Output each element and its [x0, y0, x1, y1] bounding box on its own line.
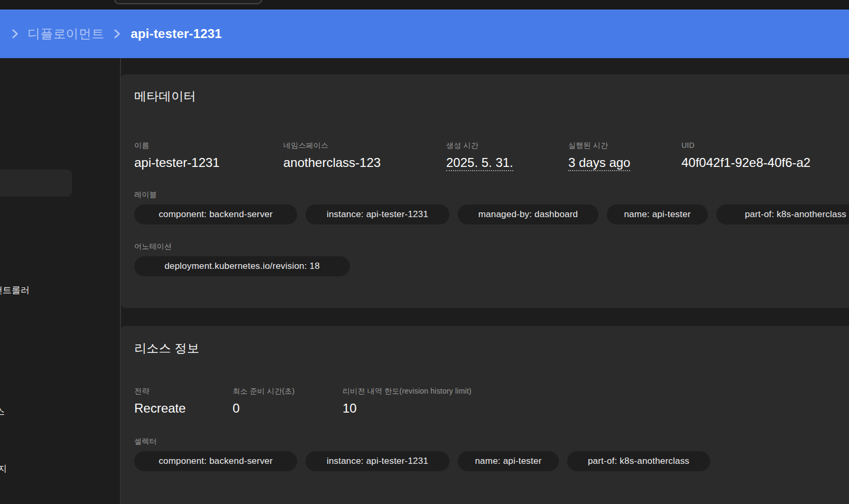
- sidebar: 컨트롤러 스 지: [0, 58, 120, 504]
- breadcrumb: 디플로이먼트 api-tester-1231: [0, 10, 849, 58]
- label-chip: instance: api-tester-1231: [306, 204, 449, 225]
- top-toolbar-strip: [0, 0, 849, 10]
- selector-chip: component: backend-server: [134, 451, 297, 471]
- field-label: 실행된 시간: [568, 141, 681, 150]
- field-min-ready-seconds: 최소 준비 시간(초) 0: [233, 386, 343, 416]
- field-value: 40f042f1-92e8-40f6-a2: [681, 155, 849, 171]
- field-label: 생성 시간: [446, 141, 568, 150]
- field-value: api-tester-1231: [134, 155, 283, 171]
- selector-chip: name: api-tester: [458, 451, 559, 471]
- field-value: Recreate: [134, 400, 233, 416]
- field-label: 네임스페이스: [283, 141, 446, 150]
- resource-card-title: 리소스 정보: [134, 340, 849, 357]
- metadata-fields: 이름 api-tester-1231 네임스페이스 anotherclass-1…: [134, 141, 849, 171]
- label-chip: name: api-tester: [607, 204, 708, 225]
- selector-section-label: 셀렉터: [134, 437, 849, 446]
- sidebar-selected-item[interactable]: [0, 170, 72, 197]
- annotations-section-label: 어노테이션: [134, 242, 849, 251]
- label-chip: managed-by: dashboard: [458, 204, 598, 225]
- creation-time-tooltip-value[interactable]: 2025. 5. 31.: [446, 155, 513, 171]
- labels-section-label: 레이블: [134, 190, 849, 200]
- metadata-card: 메타데이터 이름 api-tester-1231 네임스페이스 anotherc…: [121, 74, 849, 308]
- field-value: anotherclass-123: [283, 155, 446, 171]
- field-label: 리비전 내역 한도(revision history limit): [343, 386, 849, 396]
- chevron-right-icon: [8, 27, 22, 41]
- field-label: 이름: [134, 141, 283, 150]
- selector-chip: part-of: k8s-anotherclass: [567, 451, 710, 471]
- field-value: 10: [343, 400, 849, 416]
- label-chip: component: backend-server: [134, 204, 297, 225]
- age-tooltip-value[interactable]: 3 days ago: [568, 155, 630, 171]
- label-chip: part-of: k8s-anotherclass: [716, 204, 849, 225]
- field-revision-history-limit: 리비전 내역 한도(revision history limit) 10: [343, 386, 849, 416]
- breadcrumb-link-deployments[interactable]: 디플로이먼트: [27, 25, 104, 42]
- resource-fields: 전략 Recreate 최소 준비 시간(초) 0 리비전 내역 한도(revi…: [134, 386, 849, 416]
- chevron-right-icon: [110, 27, 124, 41]
- sidebar-item-storage[interactable]: 지: [0, 463, 7, 475]
- annotation-chip: deployment.kubernetes.io/revision: 18: [134, 256, 350, 276]
- search-input[interactable]: [114, 0, 262, 4]
- field-creation-time: 생성 시간 2025. 5. 31.: [446, 141, 568, 171]
- resource-info-card: 리소스 정보 전략 Recreate 최소 준비 시간(초) 0 리비전 내역 …: [121, 326, 849, 504]
- selector-chip: instance: api-tester-1231: [306, 451, 449, 471]
- metadata-card-title: 메타데이터: [134, 88, 849, 105]
- field-label: 전략: [134, 386, 233, 396]
- field-age: 실행된 시간 3 days ago: [568, 141, 681, 171]
- field-label: 최소 준비 시간(초): [233, 386, 343, 396]
- field-strategy: 전략 Recreate: [134, 386, 233, 416]
- field-uid: UID 40f042f1-92e8-40f6-a2: [681, 141, 849, 171]
- breadcrumb-current-page: api-tester-1231: [131, 26, 222, 41]
- field-namespace: 네임스페이스 anotherclass-123: [283, 141, 446, 171]
- labels-chip-row: component: backend-server instance: api-…: [134, 204, 849, 225]
- sidebar-item-service[interactable]: 스: [0, 406, 5, 418]
- selector-chip-row: component: backend-server instance: api-…: [134, 451, 849, 471]
- field-label: UID: [681, 141, 849, 150]
- annotations-chip-row: deployment.kubernetes.io/revision: 18: [134, 256, 849, 276]
- field-name: 이름 api-tester-1231: [134, 141, 283, 171]
- field-value: 0: [233, 400, 343, 416]
- sidebar-item-controller[interactable]: 컨트롤러: [0, 284, 30, 296]
